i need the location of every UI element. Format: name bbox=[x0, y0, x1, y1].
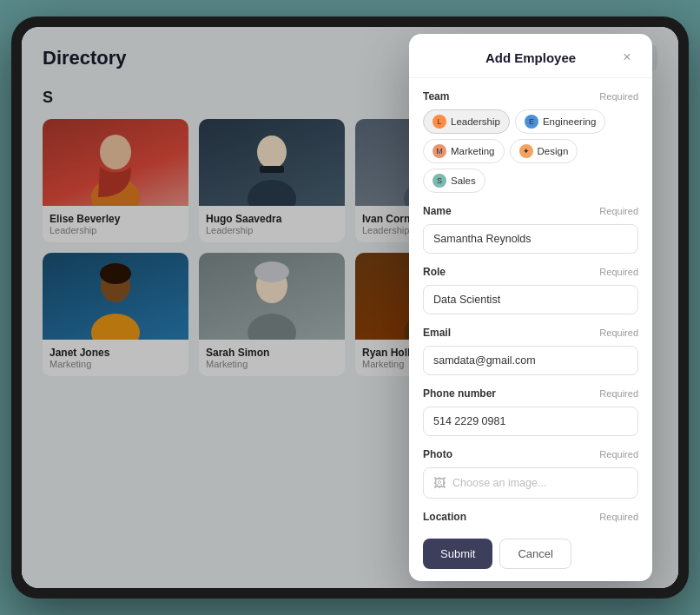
chip-leadership-label: Leadership bbox=[451, 116, 500, 127]
location-label-row: Location Required bbox=[423, 511, 638, 523]
leadership-chip-icon: L bbox=[433, 115, 446, 129]
role-field-group: Role Required bbox=[423, 266, 638, 314]
team-label-row: Team Required bbox=[423, 90, 638, 102]
phone-label-row: Phone number Required bbox=[423, 387, 638, 400]
marketing-chip-icon: M bbox=[433, 144, 446, 158]
name-label-row: Name Required bbox=[423, 205, 638, 217]
modal-footer: Submit Cancel bbox=[409, 530, 652, 581]
photo-required: Required bbox=[599, 449, 638, 460]
engineering-chip-icon: E bbox=[525, 115, 538, 129]
name-label: Name bbox=[423, 205, 452, 217]
location-field-group: Location Required 🏢 Headquarters ▾ bbox=[423, 511, 638, 530]
tablet-screen: Directory Employees Teams Offices S bbox=[22, 27, 678, 588]
role-input[interactable] bbox=[423, 285, 638, 314]
email-label: Email bbox=[423, 327, 451, 339]
chip-leadership[interactable]: L Leadership bbox=[423, 109, 510, 134]
phone-required: Required bbox=[599, 388, 638, 399]
team-field-group: Team Required L Leadership E Engineering bbox=[423, 90, 638, 193]
chip-design[interactable]: ✦ Design bbox=[510, 139, 578, 163]
chip-design-label: Design bbox=[538, 146, 569, 156]
role-label-row: Role Required bbox=[423, 266, 638, 278]
chip-marketing-label: Marketing bbox=[451, 146, 495, 156]
submit-button[interactable]: Submit bbox=[423, 539, 492, 569]
cancel-button[interactable]: Cancel bbox=[499, 539, 571, 569]
chip-marketing[interactable]: M Marketing bbox=[423, 139, 505, 163]
chip-sales[interactable]: S Sales bbox=[423, 169, 485, 193]
name-input[interactable] bbox=[423, 224, 638, 254]
name-field-group: Name Required bbox=[423, 205, 638, 254]
sales-chip-icon: S bbox=[433, 174, 446, 188]
photo-label-row: Photo Required bbox=[423, 448, 638, 460]
email-field-group: Email Required bbox=[423, 327, 638, 375]
location-label: Location bbox=[423, 511, 466, 523]
phone-label: Phone number bbox=[423, 387, 496, 400]
team-chips: L Leadership E Engineering M Marketing bbox=[423, 109, 638, 193]
modal-body: Team Required L Leadership E Engineering bbox=[409, 78, 652, 530]
chip-sales-label: Sales bbox=[451, 175, 476, 186]
role-label: Role bbox=[423, 266, 446, 278]
name-required: Required bbox=[599, 206, 638, 216]
email-label-row: Email Required bbox=[423, 327, 638, 339]
team-required: Required bbox=[599, 91, 638, 102]
email-required: Required bbox=[599, 327, 638, 338]
add-employee-modal: Add Employee × Team Required L Leadershi… bbox=[409, 34, 652, 581]
photo-field-group: Photo Required 🖼 Choose an image... bbox=[423, 448, 638, 499]
photo-input[interactable]: 🖼 Choose an image... bbox=[423, 467, 638, 499]
close-button[interactable]: × bbox=[617, 48, 637, 67]
modal-header: Add Employee × bbox=[409, 34, 652, 78]
design-chip-icon: ✦ bbox=[519, 144, 533, 158]
location-required: Required bbox=[599, 512, 638, 522]
photo-label: Photo bbox=[423, 448, 452, 460]
phone-input[interactable] bbox=[423, 407, 638, 436]
modal-title: Add Employee bbox=[444, 50, 617, 65]
team-label: Team bbox=[423, 90, 449, 102]
role-required: Required bbox=[599, 267, 638, 277]
chip-engineering[interactable]: E Engineering bbox=[515, 109, 605, 134]
chip-engineering-label: Engineering bbox=[543, 116, 596, 127]
photo-placeholder: Choose an image... bbox=[452, 477, 546, 489]
email-input[interactable] bbox=[423, 346, 638, 375]
image-icon: 🖼 bbox=[433, 476, 446, 490]
phone-field-group: Phone number Required bbox=[423, 387, 638, 436]
tablet-frame: Directory Employees Teams Offices S bbox=[11, 17, 689, 598]
